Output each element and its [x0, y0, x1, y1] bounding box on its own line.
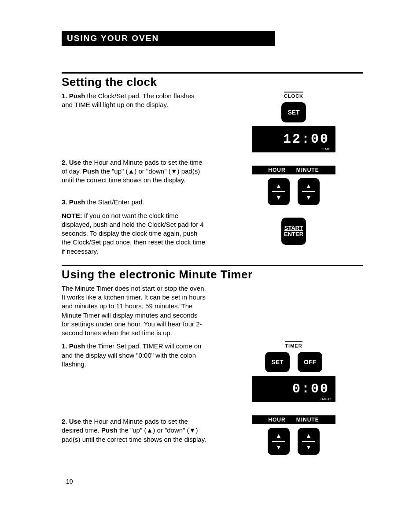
down-arrow-icon: ▼: [306, 444, 312, 451]
enter-label: ENTER: [284, 231, 303, 237]
down-arrow-icon: ▼: [306, 194, 312, 201]
step-verb: Use: [69, 159, 81, 166]
hour-minute-bar: HOUR MINUTE: [252, 415, 335, 424]
section-header-bar: USING YOUR OVEN: [62, 31, 275, 46]
heading-setting-clock: Setting the clock: [62, 75, 363, 89]
hour-minute-group: HOUR MINUTE ▲ ▼ ▲ ▼: [252, 166, 335, 245]
lcd-display: 12:00 TIME: [252, 126, 335, 152]
lcd-display: 0:00 TIMER: [252, 376, 335, 402]
note-text: If you do not want the clock time displa…: [62, 212, 205, 255]
section1-cols: 1. Push the Clock/Set pad. The colon fla…: [62, 92, 363, 260]
step: 1. Push the Timer Set pad. TIMER will co…: [62, 342, 207, 369]
up-arrow-icon: ▲: [276, 432, 282, 439]
step-verb: Use: [69, 418, 81, 425]
lcd-value: 12:00: [283, 132, 329, 147]
hour-label: HOUR: [268, 167, 285, 173]
timer-off-button: OFF: [298, 352, 322, 372]
step-number: 1.: [62, 92, 67, 100]
down-arrow-icon: ▼: [276, 444, 282, 451]
hour-label: HOUR: [268, 417, 285, 423]
up-arrow-icon: ▲: [306, 432, 312, 439]
arrow-buttons: ▲ ▼ ▲ ▼: [268, 178, 320, 205]
timer-buttons: SET OFF: [265, 352, 322, 372]
step-verb: Push: [69, 92, 85, 100]
down-arrow-icon: ▼: [276, 194, 282, 201]
page-number: 10: [66, 478, 73, 485]
start-enter-button: START ENTER: [281, 218, 306, 245]
lcd-sublabel: TIMER: [318, 397, 331, 401]
start-label: START: [284, 225, 303, 231]
minute-label: MINUTE: [296, 167, 319, 173]
hour-minute-group: HOUR MINUTE ▲ ▼ ▲ ▼: [252, 415, 335, 455]
hour-up-down-button: ▲ ▼: [268, 428, 290, 455]
step-number: 3.: [62, 198, 67, 206]
section2-illustration: TIMER SET OFF 0:00 TIMER HOUR MINUTE: [225, 284, 363, 455]
step: 2. Use the Hour and Minute pads to set t…: [62, 417, 207, 444]
section2-cols: The Minute Timer does not start or stop …: [62, 284, 363, 455]
step-number: 2.: [62, 159, 67, 166]
step-verb: Push: [101, 426, 118, 434]
step-verb: Push: [83, 167, 99, 175]
minute-label: MINUTE: [296, 417, 319, 423]
lcd-value: 0:00: [292, 381, 329, 396]
manual-page: USING YOUR OVEN Setting the clock 1. Pus…: [0, 0, 420, 529]
note: NOTE: If you do not want the clock time …: [62, 211, 207, 256]
clock-set-group: CLOCK SET 12:00 TIME: [252, 92, 335, 152]
timer-set-group: TIMER SET OFF 0:00 TIMER: [252, 341, 335, 402]
heading-minute-timer: Using the electronic Minute Timer: [62, 268, 363, 281]
hour-up-down-button: ▲ ▼: [268, 178, 290, 205]
intro-paragraph: The Minute Timer does not start or stop …: [62, 284, 207, 338]
clock-label: CLOCK: [284, 92, 303, 99]
set-button: SET: [281, 102, 306, 122]
section2-text: The Minute Timer does not start or stop …: [62, 284, 207, 455]
note-label: NOTE:: [62, 212, 82, 219]
step-number: 2.: [62, 418, 67, 425]
arrow-buttons: ▲ ▼ ▲ ▼: [268, 428, 320, 455]
minute-up-down-button: ▲ ▼: [298, 178, 320, 205]
timer-label: TIMER: [285, 341, 302, 348]
rule: [62, 265, 363, 266]
step: 1. Push the Clock/Set pad. The colon fla…: [62, 92, 207, 110]
timer-set-button: SET: [265, 352, 290, 372]
rule: [62, 72, 363, 74]
section1-text: 1. Push the Clock/Set pad. The colon fla…: [62, 92, 207, 260]
step: 3. Push the Start/Enter pad.: [62, 198, 207, 207]
up-arrow-icon: ▲: [276, 182, 282, 189]
section1-illustration: CLOCK SET 12:00 TIME HOUR MINUTE ▲ ▼: [225, 92, 363, 260]
lcd-sublabel: TIME: [321, 147, 331, 151]
step-verb: Push: [69, 342, 85, 350]
up-arrow-icon: ▲: [306, 182, 312, 189]
step-text: the Start/Enter pad.: [85, 198, 144, 206]
step-verb: Push: [69, 198, 85, 206]
minute-up-down-button: ▲ ▼: [298, 428, 320, 455]
step: 2. Use the Hour and Minute pads to set t…: [62, 158, 207, 185]
step-number: 1.: [62, 342, 67, 350]
hour-minute-bar: HOUR MINUTE: [252, 166, 335, 174]
